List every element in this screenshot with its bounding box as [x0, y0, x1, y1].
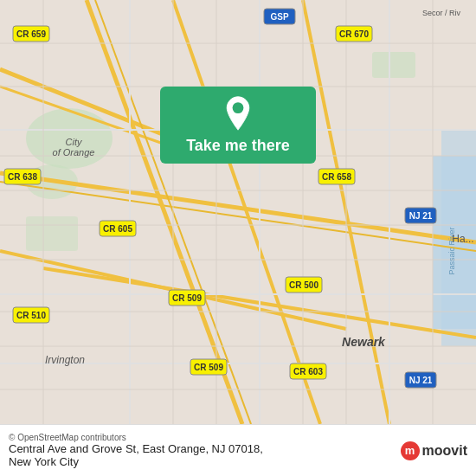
footer: © OpenStreetMap contributors Central Ave…	[0, 424, 476, 476]
svg-text:GSP: GSP	[270, 12, 288, 22]
footer-info: © OpenStreetMap contributors Central Ave…	[9, 433, 394, 468]
city-line: New York City	[9, 455, 394, 468]
take-me-there-button[interactable]: Take me there	[160, 87, 316, 164]
svg-rect-3	[26, 216, 78, 251]
map-svg: CR 659 CR 638 CR 605 CR 510 CR 509 CR 50…	[0, 0, 476, 424]
cta-container: Take me there	[160, 87, 316, 164]
svg-text:CR 509: CR 509	[172, 293, 202, 303]
map: CR 659 CR 638 CR 605 CR 510 CR 509 CR 50…	[0, 0, 476, 424]
svg-text:Irvington: Irvington	[45, 354, 85, 366]
svg-text:CR 603: CR 603	[293, 367, 323, 376]
moovit-logo: m moovit	[401, 441, 467, 460]
svg-text:CR 500: CR 500	[289, 280, 318, 290]
svg-point-71	[233, 102, 244, 113]
moovit-m-icon: m	[401, 441, 420, 460]
location-pin-icon	[222, 95, 254, 132]
cta-label: Take me there	[186, 137, 290, 155]
svg-rect-4	[372, 52, 415, 78]
svg-text:CR 659: CR 659	[16, 29, 46, 39]
svg-text:CR 510: CR 510	[16, 311, 46, 320]
svg-text:CR 605: CR 605	[103, 224, 132, 234]
svg-text:Newark: Newark	[342, 335, 386, 349]
svg-text:CR 509: CR 509	[194, 363, 223, 372]
svg-text:NJ 21: NJ 21	[409, 211, 433, 221]
address-line: Central Ave and Grove St, East Orange, N…	[9, 442, 394, 455]
svg-text:Secor / Riv: Secor / Riv	[422, 9, 461, 17]
moovit-label: moovit	[422, 443, 467, 459]
svg-text:of Orange: of Orange	[53, 147, 95, 158]
osm-credit: © OpenStreetMap contributors	[9, 433, 394, 442]
svg-text:City: City	[66, 137, 83, 147]
svg-text:CR 658: CR 658	[322, 172, 351, 182]
svg-text:Ha...: Ha...	[452, 233, 473, 245]
svg-text:CR 638: CR 638	[8, 172, 37, 182]
svg-text:CR 670: CR 670	[339, 29, 369, 39]
svg-text:NJ 21: NJ 21	[409, 376, 433, 385]
